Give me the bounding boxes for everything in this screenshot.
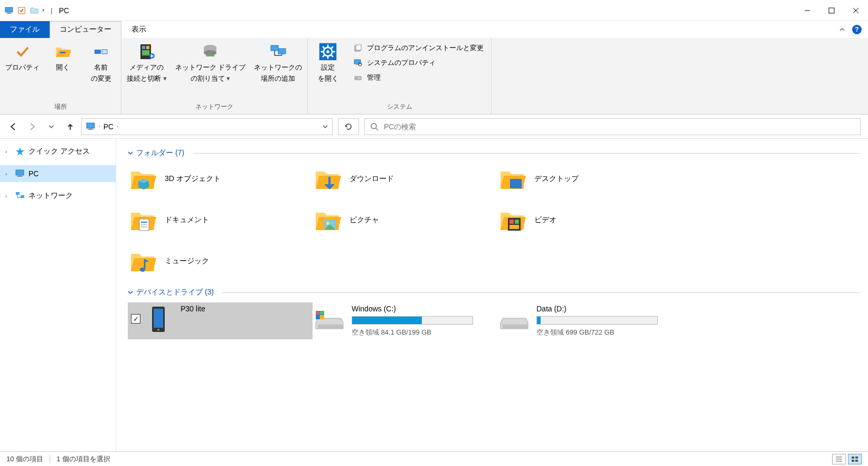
svg-rect-10 xyxy=(102,50,107,54)
ribbon-mapdrive-label2: の割り当て xyxy=(191,74,225,82)
address-dropdown-icon[interactable] xyxy=(323,124,328,129)
svg-rect-70 xyxy=(318,325,343,329)
drive-c[interactable]: Windows (C:) 空き領域 84.1 GB/199 GB xyxy=(313,302,497,339)
svg-rect-19 xyxy=(206,55,214,56)
svg-rect-63 xyxy=(510,220,514,224)
ribbon-group-system-label: システム xyxy=(312,101,487,113)
folder-label: ミュージック xyxy=(165,256,209,266)
ribbon-rename-label2: の変更 xyxy=(91,74,111,83)
ribbon-collapse-icon[interactable] xyxy=(837,25,847,34)
chevron-right-icon[interactable]: › xyxy=(5,171,12,177)
svg-point-66 xyxy=(140,268,145,272)
refresh-button[interactable] xyxy=(338,118,359,135)
nav-recent-button[interactable] xyxy=(45,121,57,132)
ribbon-addloc-label1: ネットワークの xyxy=(254,63,302,72)
ribbon-group-system: 設定 を開く プログラムのアンインストールと変更 システムのプロパティ 管理 シ… xyxy=(308,38,492,114)
close-button[interactable] xyxy=(844,0,868,21)
svg-rect-20 xyxy=(271,45,278,51)
folder-label: ピクチャ xyxy=(350,215,379,225)
search-input[interactable] xyxy=(384,122,855,131)
device-phone[interactable]: ✓ P30 lite xyxy=(128,302,313,339)
nav-up-button[interactable] xyxy=(64,121,76,132)
minimize-button[interactable] xyxy=(795,0,819,21)
chevron-right-icon[interactable]: › xyxy=(99,124,100,129)
svg-line-47 xyxy=(376,128,378,130)
chevron-right-icon[interactable]: › xyxy=(5,149,12,155)
folder-desktop[interactable]: デスクトップ xyxy=(497,163,682,195)
ribbon-rename-button[interactable]: 名前 の変更 xyxy=(85,40,117,85)
svg-rect-1 xyxy=(7,13,11,13)
star-icon xyxy=(15,146,25,157)
svg-rect-68 xyxy=(154,309,163,328)
ribbon-manage-button[interactable]: 管理 xyxy=(353,72,484,83)
svg-rect-82 xyxy=(852,460,854,462)
view-icons-button[interactable] xyxy=(848,454,862,464)
folder-desktop-icon xyxy=(497,164,527,194)
window-title: PC xyxy=(55,6,69,15)
svg-rect-73 xyxy=(320,311,324,315)
folder-music-icon xyxy=(128,246,157,276)
ribbon-settings-button[interactable]: 設定 を開く xyxy=(312,40,344,85)
quick-access-toolbar: ▾ | xyxy=(0,6,55,15)
svg-rect-80 xyxy=(852,457,854,459)
drive-c-icon xyxy=(315,305,344,334)
chevron-right-icon[interactable]: › xyxy=(117,124,118,129)
ribbon-open-button[interactable]: 開く xyxy=(47,40,79,74)
dropdown-caret-icon: ▾ xyxy=(227,74,230,82)
ribbon-properties-button[interactable]: プロパティ xyxy=(4,40,41,74)
svg-rect-37 xyxy=(356,45,361,50)
search-box[interactable] xyxy=(364,118,861,135)
svg-rect-50 xyxy=(17,176,23,177)
chevron-down-icon[interactable] xyxy=(128,290,133,295)
tree-network[interactable]: › ネットワーク xyxy=(0,187,116,204)
folder-3d-objects[interactable]: 3D オブジェクト xyxy=(128,163,313,195)
ribbon-group-network-label: ネットワーク xyxy=(126,101,303,113)
ribbon-addlocation-button[interactable]: ネットワークの 場所の追加 xyxy=(253,40,303,85)
svg-rect-49 xyxy=(18,176,22,176)
help-icon[interactable]: ? xyxy=(852,25,862,34)
qat-dropdown-icon[interactable]: ▾ xyxy=(42,8,44,13)
folder-videos[interactable]: ビデオ xyxy=(497,204,682,236)
folder-label: ドキュメント xyxy=(165,215,209,225)
tree-quick-access[interactable]: › クイック アクセス xyxy=(0,143,116,160)
breadcrumb-pc[interactable]: PC xyxy=(103,122,114,131)
folder-videos-icon xyxy=(497,205,527,235)
nav-forward-button[interactable] xyxy=(26,121,38,132)
phone-icon xyxy=(144,305,173,334)
tab-computer[interactable]: コンピューター xyxy=(50,21,121,38)
ribbon-uninstall-button[interactable]: プログラムのアンインストールと変更 xyxy=(353,42,484,54)
svg-rect-76 xyxy=(503,325,528,329)
address-box[interactable]: › PC › xyxy=(81,118,333,135)
content: フォルダー (7) 3D オブジェクト ダウンロード デスクトップ ドキュメント xyxy=(116,139,868,451)
pc-breadcrumb-icon xyxy=(86,122,96,131)
drive-d[interactable]: Data (D:) 空き領域 699 GB/722 GB xyxy=(497,302,682,339)
chevron-down-icon[interactable] xyxy=(128,150,133,156)
chevron-right-icon[interactable]: › xyxy=(5,193,12,199)
drive-label: Windows (C:) xyxy=(352,305,473,313)
folder-label: ダウンロード xyxy=(350,174,394,184)
status-item-count: 10 個の項目 xyxy=(6,454,43,464)
section-devices-header[interactable]: デバイスとドライブ (3) xyxy=(128,288,860,297)
tree-quick-access-label: クイック アクセス xyxy=(29,147,90,156)
nav-back-button[interactable] xyxy=(7,121,19,132)
folder-downloads[interactable]: ダウンロード xyxy=(313,163,497,195)
checkbox-icon[interactable]: ✓ xyxy=(131,314,140,324)
tree-pc[interactable]: › PC xyxy=(0,165,116,182)
folder-documents[interactable]: ドキュメント xyxy=(128,204,313,236)
ribbon-mapdrive-button[interactable]: ネットワーク ドライブ の割り当て ▾ xyxy=(174,40,247,85)
folder-music[interactable]: ミュージック xyxy=(128,245,313,277)
address-bar: › PC › xyxy=(0,115,868,139)
tab-view[interactable]: 表示 xyxy=(121,21,156,38)
sidebar: › クイック アクセス › PC › ネットワーク xyxy=(0,139,116,451)
svg-point-46 xyxy=(371,123,376,129)
ribbon-media-button[interactable]: メディアの 接続と切断 ▾ xyxy=(126,40,168,85)
svg-rect-75 xyxy=(320,315,324,319)
properties-icon[interactable] xyxy=(17,6,26,15)
section-folders-header[interactable]: フォルダー (7) xyxy=(128,148,860,158)
folder-pictures[interactable]: ピクチャ xyxy=(313,204,497,236)
ribbon-manage-label: 管理 xyxy=(367,73,381,82)
view-details-button[interactable] xyxy=(832,454,846,464)
ribbon-sysprops-button[interactable]: システムのプロパティ xyxy=(353,57,484,69)
tab-file[interactable]: ファイル xyxy=(0,21,50,38)
maximize-button[interactable] xyxy=(819,0,844,21)
